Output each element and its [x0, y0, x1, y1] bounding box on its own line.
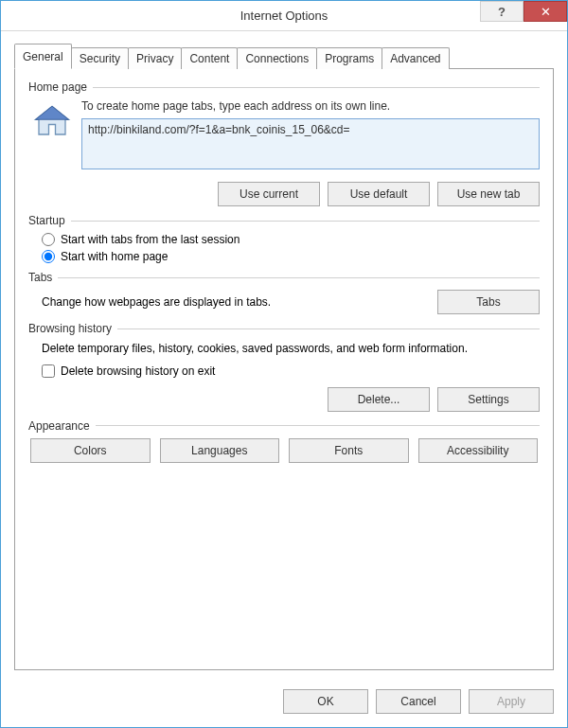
homepage-url-input[interactable]	[81, 118, 540, 169]
group-label-history: Browsing history	[28, 322, 117, 335]
tabs-description: Change how webpages are displayed in tab…	[42, 295, 428, 309]
client-area: General Security Privacy Content Connect…	[1, 31, 567, 680]
dialog-button-row: OK Cancel Apply	[1, 680, 567, 727]
radio-start-home[interactable]: Start with home page	[42, 250, 540, 263]
delete-on-exit-checkbox-row[interactable]: Delete browsing history on exit	[42, 364, 540, 378]
delete-history-button[interactable]: Delete...	[328, 387, 430, 412]
tab-panel-general: Home page To create home page tabs, type…	[14, 68, 554, 670]
apply-button[interactable]: Apply	[469, 689, 554, 714]
group-label-tabs: Tabs	[28, 271, 58, 284]
radio-start-last-session-input[interactable]	[42, 233, 55, 246]
radio-start-last-session-label: Start with tabs from the last session	[61, 233, 240, 246]
radio-start-home-input[interactable]	[42, 250, 55, 263]
delete-on-exit-label: Delete browsing history on exit	[61, 364, 215, 378]
tab-programs[interactable]: Programs	[316, 47, 382, 69]
homepage-instruction: To create home page tabs, type each addr…	[81, 99, 540, 113]
tab-connections[interactable]: Connections	[237, 47, 317, 69]
history-settings-button[interactable]: Settings	[437, 387, 540, 412]
internet-options-dialog: Internet Options ? ✕ General Security Pr…	[0, 0, 568, 728]
group-browsing-history: Browsing history Delete temporary files,…	[28, 322, 540, 412]
cancel-button[interactable]: Cancel	[376, 689, 461, 714]
group-homepage: Home page To create home page tabs, type…	[28, 80, 540, 206]
history-description: Delete temporary files, history, cookies…	[42, 341, 540, 357]
tabs-button[interactable]: Tabs	[437, 290, 540, 314]
radio-start-last-session[interactable]: Start with tabs from the last session	[42, 233, 540, 246]
group-label-startup: Startup	[28, 214, 71, 227]
group-label-homepage: Home page	[28, 80, 93, 94]
tab-security[interactable]: Security	[71, 47, 129, 69]
tab-content[interactable]: Content	[181, 47, 238, 69]
tab-privacy[interactable]: Privacy	[128, 47, 182, 69]
group-tabs: Tabs Change how webpages are displayed i…	[28, 271, 540, 314]
svg-marker-1	[36, 106, 69, 119]
tabstrip: General Security Privacy Content Connect…	[14, 43, 554, 68]
delete-on-exit-checkbox[interactable]	[42, 364, 55, 378]
group-label-appearance: Appearance	[28, 419, 96, 433]
titlebar: Internet Options ? ✕	[1, 1, 567, 31]
use-current-button[interactable]: Use current	[218, 182, 320, 206]
help-button[interactable]: ?	[480, 1, 524, 22]
window-controls: ? ✕	[480, 1, 567, 22]
use-new-tab-button[interactable]: Use new tab	[437, 182, 540, 206]
fonts-button[interactable]: Fonts	[289, 438, 409, 463]
close-button[interactable]: ✕	[524, 1, 567, 22]
tab-advanced[interactable]: Advanced	[382, 47, 449, 69]
tab-general[interactable]: General	[14, 44, 72, 69]
colors-button[interactable]: Colors	[30, 438, 151, 463]
accessibility-button[interactable]: Accessibility	[418, 438, 539, 463]
radio-start-home-label: Start with home page	[61, 250, 168, 263]
group-appearance: Appearance Colors Languages Fonts Access…	[28, 419, 540, 463]
use-default-button[interactable]: Use default	[328, 182, 430, 206]
home-icon	[32, 101, 72, 141]
group-startup: Startup Start with tabs from the last se…	[28, 214, 540, 263]
ok-button[interactable]: OK	[283, 689, 368, 714]
languages-button[interactable]: Languages	[160, 438, 280, 463]
